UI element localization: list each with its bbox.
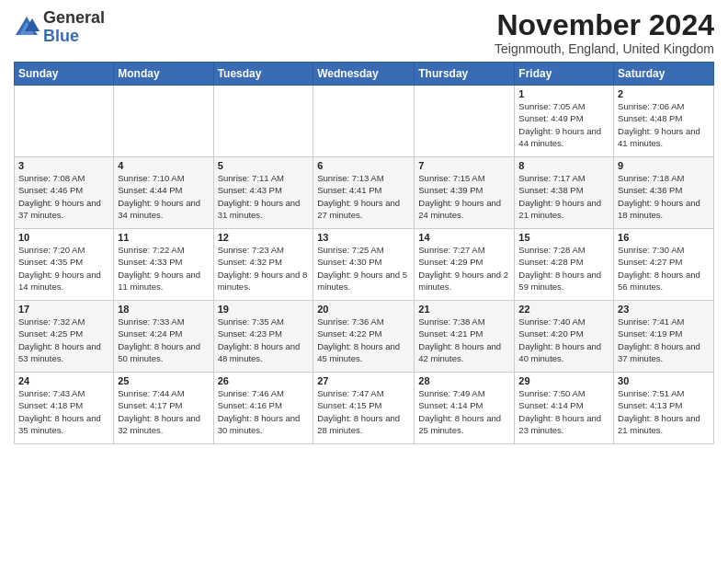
week-row-1: 1Sunrise: 7:05 AM Sunset: 4:49 PM Daylig… — [15, 86, 714, 157]
day-info: Sunrise: 7:15 AM Sunset: 4:39 PM Dayligh… — [418, 172, 510, 221]
table-row: 20Sunrise: 7:36 AM Sunset: 4:22 PM Dayli… — [313, 301, 415, 373]
table-row: 11Sunrise: 7:22 AM Sunset: 4:33 PM Dayli… — [114, 229, 213, 301]
day-info: Sunrise: 7:43 AM Sunset: 4:18 PM Dayligh… — [18, 387, 109, 436]
day-number: 22 — [518, 304, 609, 315]
col-monday: Monday — [114, 63, 213, 86]
table-row: 9Sunrise: 7:18 AM Sunset: 4:36 PM Daylig… — [614, 157, 714, 229]
table-row: 18Sunrise: 7:33 AM Sunset: 4:24 PM Dayli… — [114, 301, 213, 373]
day-number: 20 — [317, 304, 410, 315]
day-number: 8 — [518, 160, 609, 171]
week-row-4: 17Sunrise: 7:32 AM Sunset: 4:25 PM Dayli… — [15, 301, 714, 373]
day-info: Sunrise: 7:13 AM Sunset: 4:41 PM Dayligh… — [317, 172, 410, 221]
day-number: 5 — [218, 160, 310, 171]
logo-icon — [14, 15, 40, 40]
table-row — [114, 86, 213, 157]
day-info: Sunrise: 7:41 AM Sunset: 4:19 PM Dayligh… — [618, 316, 710, 364]
col-sunday: Sunday — [15, 63, 114, 86]
table-row: 4Sunrise: 7:10 AM Sunset: 4:44 PM Daylig… — [114, 157, 213, 229]
day-info: Sunrise: 7:06 AM Sunset: 4:48 PM Dayligh… — [618, 100, 710, 149]
logo-general: General — [43, 8, 105, 27]
day-number: 27 — [317, 375, 410, 386]
table-row: 17Sunrise: 7:32 AM Sunset: 4:25 PM Dayli… — [15, 301, 114, 373]
table-row — [313, 86, 415, 157]
table-row: 22Sunrise: 7:40 AM Sunset: 4:20 PM Dayli… — [515, 301, 614, 373]
day-info: Sunrise: 7:18 AM Sunset: 4:36 PM Dayligh… — [618, 172, 710, 221]
col-thursday: Thursday — [415, 63, 515, 86]
table-row: 25Sunrise: 7:44 AM Sunset: 4:17 PM Dayli… — [114, 373, 213, 444]
table-row: 16Sunrise: 7:30 AM Sunset: 4:27 PM Dayli… — [614, 229, 714, 301]
table-row: 5Sunrise: 7:11 AM Sunset: 4:43 PM Daylig… — [213, 157, 313, 229]
day-number: 7 — [418, 160, 510, 171]
day-number: 9 — [618, 160, 710, 171]
table-row: 7Sunrise: 7:15 AM Sunset: 4:39 PM Daylig… — [415, 157, 515, 229]
table-row — [15, 86, 114, 157]
day-number: 26 — [218, 375, 310, 386]
day-info: Sunrise: 7:27 AM Sunset: 4:29 PM Dayligh… — [418, 244, 510, 293]
day-number: 11 — [118, 232, 209, 243]
day-info: Sunrise: 7:32 AM Sunset: 4:25 PM Dayligh… — [18, 316, 109, 364]
day-number: 1 — [518, 88, 609, 99]
day-info: Sunrise: 7:44 AM Sunset: 4:17 PM Dayligh… — [118, 387, 209, 436]
day-info: Sunrise: 7:40 AM Sunset: 4:20 PM Dayligh… — [518, 316, 609, 364]
day-number: 6 — [317, 160, 410, 171]
table-row: 14Sunrise: 7:27 AM Sunset: 4:29 PM Dayli… — [415, 229, 515, 301]
day-number: 15 — [518, 232, 609, 243]
col-friday: Friday — [515, 63, 614, 86]
day-number: 10 — [18, 232, 109, 243]
table-row: 27Sunrise: 7:47 AM Sunset: 4:15 PM Dayli… — [313, 373, 415, 444]
day-number: 19 — [218, 304, 310, 315]
day-number: 4 — [118, 160, 209, 171]
day-number: 29 — [518, 375, 609, 386]
table-row: 6Sunrise: 7:13 AM Sunset: 4:41 PM Daylig… — [313, 157, 415, 229]
day-info: Sunrise: 7:10 AM Sunset: 4:44 PM Dayligh… — [118, 172, 209, 221]
day-info: Sunrise: 7:47 AM Sunset: 4:15 PM Dayligh… — [317, 387, 410, 436]
table-row: 23Sunrise: 7:41 AM Sunset: 4:19 PM Dayli… — [614, 301, 714, 373]
table-row: 10Sunrise: 7:20 AM Sunset: 4:35 PM Dayli… — [15, 229, 114, 301]
day-number: 2 — [618, 88, 710, 99]
day-info: Sunrise: 7:46 AM Sunset: 4:16 PM Dayligh… — [218, 387, 310, 436]
table-row: 2Sunrise: 7:06 AM Sunset: 4:48 PM Daylig… — [614, 86, 714, 157]
table-row: 26Sunrise: 7:46 AM Sunset: 4:16 PM Dayli… — [213, 373, 313, 444]
day-info: Sunrise: 7:17 AM Sunset: 4:38 PM Dayligh… — [518, 172, 609, 221]
table-row: 19Sunrise: 7:35 AM Sunset: 4:23 PM Dayli… — [213, 301, 313, 373]
day-number: 21 — [418, 304, 510, 315]
table-row: 3Sunrise: 7:08 AM Sunset: 4:46 PM Daylig… — [15, 157, 114, 229]
table-row: 12Sunrise: 7:23 AM Sunset: 4:32 PM Dayli… — [213, 229, 313, 301]
day-info: Sunrise: 7:30 AM Sunset: 4:27 PM Dayligh… — [618, 244, 710, 293]
table-row — [415, 86, 515, 157]
header: General Blue November 2024 Teignmouth, E… — [14, 9, 714, 56]
col-tuesday: Tuesday — [213, 63, 313, 86]
header-row: Sunday Monday Tuesday Wednesday Thursday… — [15, 63, 714, 86]
table-row: 28Sunrise: 7:49 AM Sunset: 4:14 PM Dayli… — [415, 373, 515, 444]
day-info: Sunrise: 7:08 AM Sunset: 4:46 PM Dayligh… — [18, 172, 109, 221]
day-info: Sunrise: 7:28 AM Sunset: 4:28 PM Dayligh… — [518, 244, 609, 293]
day-info: Sunrise: 7:23 AM Sunset: 4:32 PM Dayligh… — [218, 244, 310, 293]
week-row-2: 3Sunrise: 7:08 AM Sunset: 4:46 PM Daylig… — [15, 157, 714, 229]
day-info: Sunrise: 7:33 AM Sunset: 4:24 PM Dayligh… — [118, 316, 209, 364]
day-number: 30 — [618, 375, 710, 386]
table-row: 15Sunrise: 7:28 AM Sunset: 4:28 PM Dayli… — [515, 229, 614, 301]
day-info: Sunrise: 7:36 AM Sunset: 4:22 PM Dayligh… — [317, 316, 410, 364]
logo-blue: Blue — [43, 27, 79, 45]
day-number: 14 — [418, 232, 510, 243]
table-row: 1Sunrise: 7:05 AM Sunset: 4:49 PM Daylig… — [515, 86, 614, 157]
day-info: Sunrise: 7:05 AM Sunset: 4:49 PM Dayligh… — [518, 100, 609, 149]
col-saturday: Saturday — [614, 63, 714, 86]
table-row: 13Sunrise: 7:25 AM Sunset: 4:30 PM Dayli… — [313, 229, 415, 301]
day-number: 23 — [618, 304, 710, 315]
day-number: 25 — [118, 375, 209, 386]
calendar: Sunday Monday Tuesday Wednesday Thursday… — [14, 62, 714, 444]
day-info: Sunrise: 7:22 AM Sunset: 4:33 PM Dayligh… — [118, 244, 209, 293]
table-row: 8Sunrise: 7:17 AM Sunset: 4:38 PM Daylig… — [515, 157, 614, 229]
col-wednesday: Wednesday — [313, 63, 415, 86]
day-info: Sunrise: 7:35 AM Sunset: 4:23 PM Dayligh… — [218, 316, 310, 364]
day-info: Sunrise: 7:49 AM Sunset: 4:14 PM Dayligh… — [418, 387, 510, 436]
table-row: 30Sunrise: 7:51 AM Sunset: 4:13 PM Dayli… — [614, 373, 714, 444]
day-info: Sunrise: 7:50 AM Sunset: 4:14 PM Dayligh… — [518, 387, 609, 436]
day-number: 3 — [18, 160, 109, 171]
day-info: Sunrise: 7:11 AM Sunset: 4:43 PM Dayligh… — [218, 172, 310, 221]
month-title: November 2024 — [495, 9, 714, 41]
page: General Blue November 2024 Teignmouth, E… — [0, 0, 728, 563]
day-info: Sunrise: 7:38 AM Sunset: 4:21 PM Dayligh… — [418, 316, 510, 364]
day-number: 13 — [317, 232, 410, 243]
